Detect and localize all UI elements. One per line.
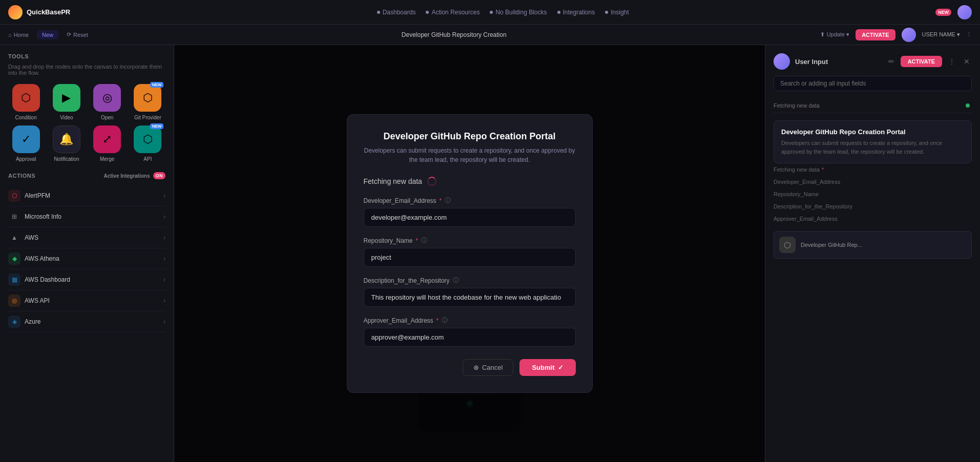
fetching-req-icon: * (822, 166, 824, 173)
app-item-api[interactable]: ⬡ NEW API (130, 125, 165, 162)
right-close-icon[interactable]: ✕ (962, 55, 972, 68)
repository-name-input[interactable] (364, 248, 576, 267)
center-content: Developer GitHub Rep... Developer GitHub… (174, 45, 765, 462)
app-item-approval[interactable]: ✓ Approval (8, 125, 44, 162)
tools-section-title: Tools (8, 53, 165, 59)
action-resources-dot-icon (426, 11, 429, 14)
right-field-description: Description_for_the_Repository (774, 200, 972, 213)
repository-name-info-icon[interactable]: ⓘ (421, 236, 427, 245)
right-description-label: Description_for_the_Repository (774, 203, 852, 209)
second-nav-home[interactable]: ⌂ Home (8, 32, 29, 38)
apps-grid: ⬡ Condition ▶ Video ◎ Open ⬡ NEW Git Pro… (8, 84, 165, 162)
bottom-mini-card: ⬡ Developer GitHub Rep... (774, 231, 972, 259)
repository-name-required-icon: * (416, 237, 419, 244)
aws-athena-icon: ◆ (8, 253, 20, 265)
right-field-fetching: Fetching new data (774, 98, 972, 113)
nav-item-dashboards[interactable]: Dashboards (377, 9, 416, 16)
app-item-video[interactable]: ▶ Video (49, 84, 84, 120)
right-card-title: Developer GitHub Repo Creation Portal (781, 128, 964, 136)
nav-item-no-building-blocks[interactable]: No Building Blocks (490, 9, 547, 16)
logo[interactable]: QuickBasePR (8, 5, 70, 19)
nav-badge: NEW (935, 9, 951, 16)
right-user-info: User Input (774, 53, 828, 70)
merge-icon: ⤢ (93, 125, 121, 153)
submit-button[interactable]: Submit ✓ (519, 359, 575, 376)
action-item-aws-api[interactable]: ◎ AWS API › (8, 290, 165, 311)
action-item-microsoft[interactable]: ⊞ Microsoft Info › (8, 206, 165, 227)
modal-overlay: Developer GitHub Repo Creation Portal De… (174, 45, 765, 462)
git-provider-icon: ⬡ NEW (134, 84, 161, 112)
app-item-notification[interactable]: 🔔 Notification (49, 125, 84, 162)
app-item-open[interactable]: ◎ Open (90, 84, 125, 120)
right-avatar (774, 53, 790, 70)
right-mini-fetching-label: Fetching new data * (774, 166, 824, 173)
action-item-aws[interactable]: ▲ AWS › (8, 227, 165, 248)
app-item-merge[interactable]: ⤢ Merge (90, 125, 125, 162)
insight-dot-icon (605, 11, 608, 14)
microsoft-name: Microsoft Info (25, 213, 61, 220)
right-field-repo-name: Repository_Name (774, 188, 972, 200)
approver-email-input[interactable] (364, 328, 576, 347)
video-label: Video (60, 115, 73, 120)
azure-arrow-icon: › (163, 318, 165, 325)
developer-email-required-icon: * (440, 197, 442, 204)
action-item-azure[interactable]: ◈ Azure › (8, 311, 165, 332)
cancel-button[interactable]: ⊗ Cancel (463, 359, 513, 376)
nav-items: Dashboards Action Resources No Building … (82, 9, 923, 16)
nav-item-action-resources[interactable]: Action Resources (426, 9, 479, 16)
second-nav-avatar[interactable] (902, 28, 916, 42)
second-nav: ⌂ Home New ⟳ Reset Developer GitHub Repo… (0, 25, 980, 45)
second-nav-new[interactable]: New (37, 30, 58, 39)
bottom-mini-icon: ⬡ (779, 237, 796, 253)
developer-email-info-icon[interactable]: ⓘ (445, 196, 451, 205)
app-item-git-provider[interactable]: ⬡ NEW Git Provider (130, 84, 165, 120)
submit-check-icon: ✓ (558, 364, 564, 371)
right-field-fetching-new: Fetching new data * (774, 163, 972, 176)
action-item-alertpfm[interactable]: ⬡ AlertPFM › (8, 185, 165, 206)
activate-button[interactable]: ACTIVATE (856, 29, 895, 40)
second-nav-updates[interactable]: ⬆ Update ▾ (820, 31, 850, 38)
second-nav-reset[interactable]: ⟳ Reset (67, 31, 88, 38)
right-more-icon[interactable]: ⋮ (946, 55, 957, 68)
action-item-aws-dashboard[interactable]: ▦ AWS Dashboard › (8, 269, 165, 290)
second-nav-right: ⬆ Update ▾ ACTIVATE USER NAME ▾ ⋮ (820, 28, 972, 42)
open-label: Open (101, 115, 113, 120)
edit-icon[interactable]: ✏ (886, 55, 896, 68)
modal-subtitle: Developers can submit requests to create… (364, 146, 576, 164)
description-input[interactable] (364, 288, 576, 307)
second-nav-more[interactable]: ⋮ (966, 31, 972, 38)
right-field-dev-email: Developer_Email_Address (774, 176, 972, 188)
video-icon: ▶ (53, 84, 80, 112)
nav-right: NEW (935, 5, 972, 19)
right-sidebar: User Input ✏ ACTIVATE ⋮ ✕ Fetching new d… (765, 45, 980, 462)
integrations-badge: ON (153, 172, 166, 179)
nav-item-insight[interactable]: Insight (605, 9, 629, 16)
cancel-icon: ⊗ (473, 364, 479, 371)
developer-email-input[interactable] (364, 208, 576, 227)
aws-dashboard-arrow-icon: › (163, 276, 165, 283)
second-nav-title: Developer GitHub Repository Creation (96, 31, 812, 38)
aws-dashboard-name: AWS Dashboard (25, 276, 70, 283)
nav-item-integrations[interactable]: Integrations (557, 9, 595, 16)
action-item-aws-athena[interactable]: ◆ AWS Athena › (8, 248, 165, 269)
building-blocks-dot-icon (490, 11, 493, 14)
modal-title: Developer GitHub Repo Creation Portal (364, 131, 576, 142)
right-card-desc: Developers can submit requests to create… (781, 139, 964, 156)
dashboards-dot-icon (377, 11, 380, 14)
right-activate-button[interactable]: ACTIVATE (901, 56, 942, 67)
right-repo-name-label: Repository_Name (774, 191, 819, 197)
nav-avatar[interactable] (957, 5, 972, 19)
status-dot-icon (966, 103, 970, 108)
logo-icon (8, 5, 23, 19)
azure-name: Azure (25, 318, 40, 325)
app-item-condition[interactable]: ⬡ Condition (8, 84, 44, 120)
aws-api-arrow-icon: › (163, 297, 165, 304)
description-info-icon[interactable]: ⓘ (453, 276, 459, 285)
approver-email-info-icon[interactable]: ⓘ (442, 316, 448, 325)
git-provider-new-badge: NEW (150, 82, 164, 88)
developer-email-field: Developer_Email_Address * ⓘ (364, 196, 576, 227)
description-field: Description_for_the_Repository ⓘ (364, 276, 576, 307)
alertpfm-icon: ⬡ (8, 190, 20, 202)
right-search-input[interactable] (774, 76, 972, 91)
approval-label: Approval (16, 156, 36, 162)
